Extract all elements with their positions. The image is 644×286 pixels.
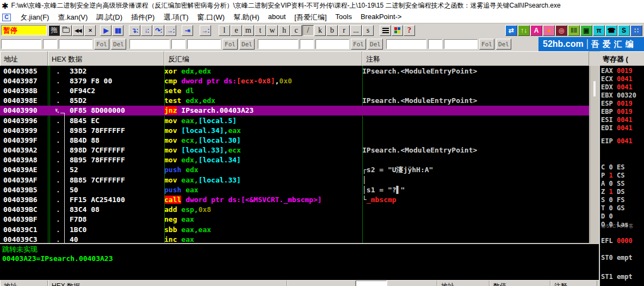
- flag-row[interactable]: D 0: [601, 212, 644, 221]
- colors-plugin-button[interactable]: ∷: [630, 25, 642, 36]
- search-input-small[interactable]: [300, 39, 314, 49]
- trace-over-button[interactable]: →:: [165, 25, 176, 36]
- disasm-row[interactable]: 00403999.8985 78FFFFFFmov [local.34],eax: [0, 125, 589, 135]
- pause-button[interactable]: ▮▮: [112, 25, 123, 36]
- references-window-button[interactable]: r: [338, 25, 350, 36]
- menu-item-5[interactable]: 窗.口(W): [193, 13, 230, 22]
- menu-item-6[interactable]: 幫.助(H): [229, 13, 264, 22]
- register-row[interactable]: ECX 0041: [601, 75, 644, 83]
- ad-banner[interactable]: 52hb.com 吾爱汇编: [538, 37, 644, 51]
- disasm-row[interactable]: 00403990.0F85 8D000000jnz IPsearch.00403…: [0, 106, 589, 115]
- disasm-row[interactable]: 004039B6.FF15 AC254100call dword ptr ds:…: [0, 194, 589, 204]
- disasm-row[interactable]: 004039A8.8B95 78FFFFFFmov edx,[local.34]: [0, 155, 589, 165]
- disasm-row[interactable]: 0040398E.85D2test edx,edxIPsearch.<Modul…: [0, 96, 589, 106]
- search-input-mid[interactable]: [59, 39, 92, 49]
- register-row[interactable]: EDI 0041: [601, 124, 644, 132]
- pi-plugin-button[interactable]: π: [593, 25, 605, 36]
- register-row[interactable]: ESP 0019: [601, 100, 644, 108]
- patches-window-button[interactable]: /: [302, 25, 314, 36]
- register-row[interactable]: ESI 0041: [601, 116, 644, 124]
- menu-item-10[interactable]: BreakPoint->: [356, 13, 406, 22]
- delete-button[interactable]: Del: [111, 39, 126, 50]
- letter-s-plugin-button[interactable]: S: [618, 25, 630, 36]
- disasm-row[interactable]: 004039BF.F7D8neg eax: [0, 215, 589, 224]
- follow-button[interactable]: Fol: [351, 39, 366, 50]
- disasm-row[interactable]: 004039C1.1BC0sbb eax,eax: [0, 224, 589, 234]
- search-input-mid[interactable]: [187, 39, 221, 49]
- disasm-row[interactable]: 0040399F.8B4D 88mov ecx,[local.30]: [0, 135, 589, 145]
- disasm-row[interactable]: 004039B5.50push eax│s1 = "?▌": [0, 185, 589, 194]
- menu-item-4[interactable]: 選.項(T): [159, 13, 193, 22]
- disasm-row[interactable]: 004039A2.898D 7CFFFFFFmov [local.33],ecx…: [0, 145, 589, 155]
- step-into-button[interactable]: ↴:: [129, 25, 140, 36]
- disasm-row[interactable]: 00403985.33D2xor edx,edxIPsearch.<Module…: [0, 66, 589, 76]
- target-plugin-button[interactable]: ◎: [555, 25, 567, 36]
- scrollbar-thumb[interactable]: [593, 81, 596, 96]
- search-input-small[interactable]: [428, 39, 442, 49]
- search-input[interactable]: [258, 39, 298, 49]
- cpu-window-icon[interactable]: C: [2, 14, 11, 21]
- menu-item-1[interactable]: 查.kan(V): [53, 13, 92, 22]
- threads-window-button[interactable]: t: [255, 25, 266, 36]
- delete-button[interactable]: Del: [239, 39, 255, 50]
- cpu-window-button[interactable]: c: [290, 25, 302, 36]
- menu-item-3[interactable]: 插件(P): [127, 13, 159, 22]
- executables-window-button[interactable]: e: [231, 25, 242, 36]
- efl-row[interactable]: EFL 0000: [601, 237, 644, 245]
- registers-body[interactable]: EAX 0019ECX 0041EDX 0041EBX 00320ESP 001…: [600, 66, 644, 286]
- bars-plugin-button[interactable]: ‖‖: [568, 25, 580, 36]
- help-button[interactable]: ?: [404, 25, 415, 36]
- register-row[interactable]: EBP 0019: [601, 108, 644, 116]
- menu-item-9[interactable]: Tools: [331, 13, 356, 22]
- flag-row[interactable]: S 0 FS: [601, 196, 644, 204]
- trace-into-button[interactable]: ↷:: [153, 25, 164, 36]
- search-input-mid[interactable]: [315, 39, 349, 49]
- delete-button[interactable]: Del: [496, 39, 511, 50]
- handles-window-button[interactable]: h: [278, 25, 290, 36]
- source-window-button[interactable]: s: [362, 25, 374, 36]
- letter-a-plugin-button[interactable]: A: [530, 25, 542, 36]
- register-row[interactable]: EAX 0019: [601, 67, 644, 75]
- menu-item-2[interactable]: 調.試(D): [92, 13, 127, 22]
- disasm-row[interactable]: 00403987.8379 F8 00cmp dword ptr ds:[ecx…: [0, 76, 589, 86]
- breakpoints-window-button[interactable]: b: [326, 25, 338, 36]
- disasm-pane[interactable]: 00403985.33D2xor edx,edxIPsearch.<Module…: [0, 66, 589, 243]
- flag-row[interactable]: C 0 ES: [601, 163, 644, 172]
- windows-window-button[interactable]: w: [267, 25, 278, 36]
- follow-button[interactable]: Fol: [222, 39, 238, 50]
- memory-window-button[interactable]: m: [243, 25, 254, 36]
- phone-plugin-button[interactable]: ☎: [605, 25, 617, 36]
- run-trace-window-button[interactable]: ...: [350, 25, 362, 36]
- flag-row[interactable]: Z 1 DS: [601, 188, 644, 196]
- window-plugin-button[interactable]: ▣: [580, 25, 592, 36]
- menu-item-8[interactable]: [吾爱汇编]: [290, 13, 331, 22]
- eip-row[interactable]: EIP 0041: [601, 137, 644, 145]
- disasm-scrollbar[interactable]: [590, 66, 599, 243]
- flag-row[interactable]: A 0 SS: [601, 180, 644, 188]
- sync-arrows-plugin-button[interactable]: ⇄: [505, 25, 517, 36]
- menu-item-7[interactable]: about: [264, 13, 290, 22]
- search-input-small[interactable]: [171, 39, 185, 49]
- follow-button[interactable]: Fol: [479, 39, 494, 50]
- search-input[interactable]: [386, 39, 426, 49]
- search-input[interactable]: [1, 39, 41, 49]
- search-input-small[interactable]: [43, 39, 57, 49]
- search-input-mid[interactable]: [444, 39, 478, 49]
- goto-button[interactable]: →:: [200, 25, 211, 36]
- register-row[interactable]: EBX 00320: [601, 92, 644, 100]
- call-stack-window-button[interactable]: k: [314, 25, 326, 36]
- appearance-button[interactable]: [392, 25, 403, 36]
- follow-button[interactable]: Fol: [94, 39, 109, 50]
- disasm-row[interactable]: 0040398B.0F94C2sete dl: [0, 86, 589, 95]
- execute-till-return-button[interactable]: ⇥: [182, 25, 193, 36]
- banner-site-link[interactable]: 52hb.com: [538, 39, 588, 49]
- disasm-row[interactable]: 004039C3.40inc eax: [0, 234, 589, 243]
- step-over-button[interactable]: ↓:: [141, 25, 152, 36]
- menu-item-0[interactable]: 攵.jian(F): [16, 13, 53, 22]
- disasm-row[interactable]: 004039AF.8B85 7CFFFFFFmov eax,[local.33]…: [0, 175, 589, 185]
- flag-row[interactable]: T 0 GS: [601, 204, 644, 212]
- flag-row[interactable]: P 1 CS: [601, 172, 644, 180]
- disasm-row[interactable]: 00403996.8B45 ECmov eax,[local.5]: [0, 115, 589, 125]
- orange-dot-plugin-button[interactable]: ●: [543, 25, 555, 36]
- attach-drag-button[interactable]: 拖: [48, 25, 60, 36]
